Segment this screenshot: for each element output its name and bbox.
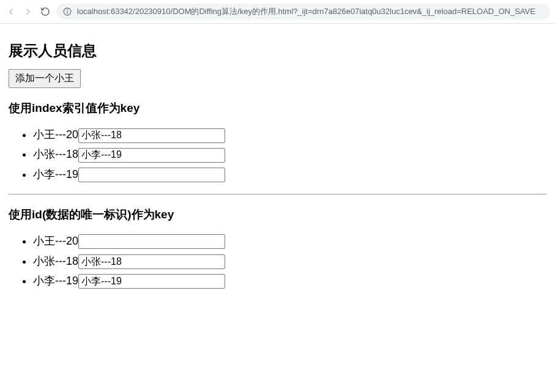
- list-item: 小李---19: [33, 165, 546, 184]
- list-index-key: 小王---20 小张---18 小李---19: [9, 125, 546, 184]
- person-input[interactable]: [78, 254, 225, 269]
- address-bar[interactable]: localhost:63342/20230910/DOM的Diffing算法/k…: [56, 4, 550, 20]
- person-text: 小李---19: [33, 168, 78, 180]
- person-input[interactable]: [78, 234, 225, 249]
- list-item: 小张---18: [33, 251, 546, 271]
- person-input[interactable]: [78, 274, 225, 289]
- person-input[interactable]: [78, 128, 225, 143]
- person-text: 小王---20: [33, 235, 78, 247]
- list-item: 小王---20: [33, 125, 546, 144]
- person-text: 小张---18: [33, 255, 78, 267]
- person-input[interactable]: [78, 148, 225, 163]
- list-item: 小张---18: [33, 144, 546, 164]
- person-input[interactable]: [78, 168, 225, 182]
- person-text: 小张---18: [33, 148, 78, 160]
- list-item: 小王---20: [33, 231, 546, 251]
- divider: [9, 194, 546, 194]
- person-text: 小李---19: [33, 275, 78, 287]
- reload-icon[interactable]: [39, 6, 51, 18]
- browser-toolbar: localhost:63342/20230910/DOM的Diffing算法/k…: [0, 0, 555, 24]
- back-icon[interactable]: [5, 6, 17, 18]
- svg-point-2: [67, 10, 68, 10]
- page-title: 展示人员信息: [9, 41, 546, 61]
- info-icon: [62, 7, 72, 17]
- section-heading-id-key: 使用id(数据的唯一标识)作为key: [9, 207, 546, 223]
- url-text: localhost:63342/20230910/DOM的Diffing算法/k…: [77, 6, 535, 17]
- page-body: 展示人员信息 添加一个小王 使用index索引值作为key 小王---20 小张…: [0, 24, 555, 305]
- list-id-key: 小王---20 小张---18 小李---19: [9, 231, 546, 290]
- list-item: 小李---19: [33, 271, 546, 290]
- add-person-button[interactable]: 添加一个小王: [9, 69, 81, 88]
- forward-icon[interactable]: [22, 6, 34, 18]
- section-heading-index-key: 使用index索引值作为key: [9, 100, 546, 116]
- person-text: 小王---20: [33, 128, 78, 141]
